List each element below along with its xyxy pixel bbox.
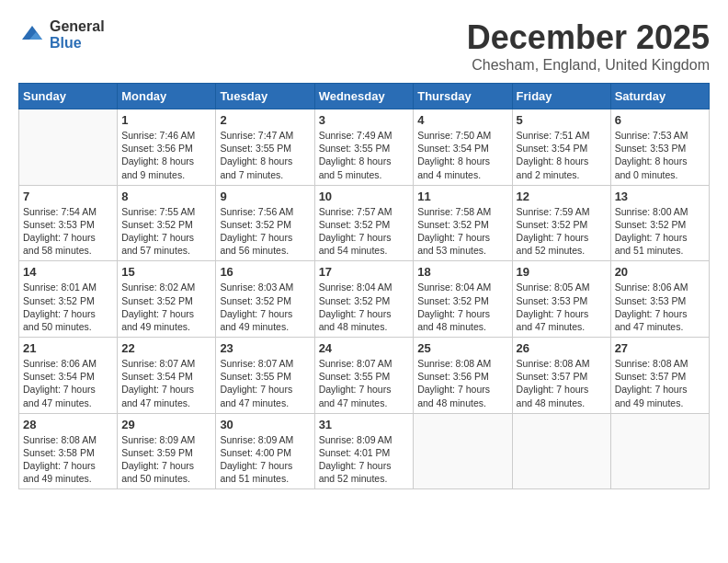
- logo-text: General Blue: [50, 18, 105, 51]
- calendar-cell: 22Sunrise: 8:07 AM Sunset: 3:54 PM Dayli…: [118, 338, 216, 414]
- calendar-table: SundayMondayTuesdayWednesdayThursdayFrid…: [18, 83, 710, 489]
- day-number: 8: [121, 190, 211, 203]
- calendar-cell: [610, 413, 709, 489]
- day-number: 18: [417, 265, 507, 279]
- header-saturday: Saturday: [610, 84, 709, 109]
- day-info: Sunrise: 7:51 AM Sunset: 3:54 PM Dayligh…: [517, 129, 607, 181]
- calendar-week-row: 14Sunrise: 8:01 AM Sunset: 3:52 PM Dayli…: [19, 261, 710, 338]
- logo: General Blue: [18, 18, 105, 51]
- calendar-cell: 9Sunrise: 7:56 AM Sunset: 3:52 PM Daylig…: [216, 185, 314, 261]
- month-title: December 2025: [467, 18, 710, 57]
- calendar-cell: 3Sunrise: 7:49 AM Sunset: 3:55 PM Daylig…: [314, 109, 414, 186]
- day-info: Sunrise: 8:05 AM Sunset: 3:53 PM Dayligh…: [517, 281, 607, 333]
- calendar-cell: 17Sunrise: 8:04 AM Sunset: 3:52 PM Dayli…: [314, 261, 414, 338]
- day-number: 29: [121, 418, 211, 431]
- calendar-cell: 5Sunrise: 7:51 AM Sunset: 3:54 PM Daylig…: [512, 109, 610, 186]
- calendar-week-row: 28Sunrise: 8:08 AM Sunset: 3:58 PM Dayli…: [19, 413, 710, 489]
- day-info: Sunrise: 8:06 AM Sunset: 3:53 PM Dayligh…: [615, 281, 705, 333]
- location-title: Chesham, England, United Kingdom: [467, 57, 710, 74]
- calendar-cell: 25Sunrise: 8:08 AM Sunset: 3:56 PM Dayli…: [414, 338, 512, 414]
- calendar-cell: 13Sunrise: 8:00 AM Sunset: 3:52 PM Dayli…: [610, 185, 709, 261]
- day-info: Sunrise: 7:55 AM Sunset: 3:52 PM Dayligh…: [121, 205, 211, 258]
- calendar-cell: 28Sunrise: 8:08 AM Sunset: 3:58 PM Dayli…: [19, 413, 118, 489]
- day-number: 13: [615, 190, 705, 203]
- page-header: General Blue December 2025 Chesham, Engl…: [18, 18, 710, 74]
- logo-general-text: General: [50, 18, 105, 35]
- day-info: Sunrise: 8:09 AM Sunset: 4:01 PM Dayligh…: [319, 433, 410, 486]
- calendar-cell: 12Sunrise: 7:59 AM Sunset: 3:52 PM Dayli…: [512, 185, 610, 261]
- day-info: Sunrise: 7:46 AM Sunset: 3:56 PM Dayligh…: [121, 129, 211, 181]
- day-number: 10: [319, 190, 410, 203]
- calendar-cell: 21Sunrise: 8:06 AM Sunset: 3:54 PM Dayli…: [19, 338, 118, 414]
- day-number: 24: [319, 341, 410, 355]
- calendar-cell: 15Sunrise: 8:02 AM Sunset: 3:52 PM Dayli…: [118, 261, 216, 338]
- day-info: Sunrise: 8:04 AM Sunset: 3:52 PM Dayligh…: [417, 281, 507, 333]
- day-info: Sunrise: 7:49 AM Sunset: 3:55 PM Dayligh…: [319, 129, 410, 181]
- day-number: 12: [517, 190, 607, 203]
- day-number: 14: [23, 265, 113, 279]
- day-number: 21: [23, 341, 113, 355]
- logo-icon: [18, 21, 46, 49]
- calendar-cell: 6Sunrise: 7:53 AM Sunset: 3:53 PM Daylig…: [610, 109, 709, 186]
- header-sunday: Sunday: [19, 84, 118, 109]
- day-number: 2: [220, 113, 310, 127]
- calendar-cell: 14Sunrise: 8:01 AM Sunset: 3:52 PM Dayli…: [19, 261, 118, 338]
- calendar-cell: 31Sunrise: 8:09 AM Sunset: 4:01 PM Dayli…: [314, 413, 414, 489]
- day-info: Sunrise: 8:09 AM Sunset: 3:59 PM Dayligh…: [121, 433, 211, 486]
- day-info: Sunrise: 7:53 AM Sunset: 3:53 PM Dayligh…: [615, 129, 705, 181]
- day-number: 17: [319, 265, 410, 279]
- calendar-cell: 1Sunrise: 7:46 AM Sunset: 3:56 PM Daylig…: [118, 109, 216, 186]
- day-number: 22: [121, 341, 211, 355]
- day-number: 7: [23, 190, 113, 203]
- calendar-cell: 11Sunrise: 7:58 AM Sunset: 3:52 PM Dayli…: [414, 185, 512, 261]
- calendar-cell: 8Sunrise: 7:55 AM Sunset: 3:52 PM Daylig…: [118, 185, 216, 261]
- header-tuesday: Tuesday: [216, 84, 314, 109]
- header-friday: Friday: [512, 84, 610, 109]
- day-info: Sunrise: 8:00 AM Sunset: 3:52 PM Dayligh…: [615, 205, 705, 258]
- calendar-week-row: 1Sunrise: 7:46 AM Sunset: 3:56 PM Daylig…: [19, 109, 710, 186]
- calendar-cell: 2Sunrise: 7:47 AM Sunset: 3:55 PM Daylig…: [216, 109, 314, 186]
- day-info: Sunrise: 8:07 AM Sunset: 3:55 PM Dayligh…: [319, 357, 410, 409]
- calendar-week-row: 21Sunrise: 8:06 AM Sunset: 3:54 PM Dayli…: [19, 338, 710, 414]
- day-info: Sunrise: 7:50 AM Sunset: 3:54 PM Dayligh…: [417, 129, 507, 181]
- day-info: Sunrise: 8:07 AM Sunset: 3:54 PM Dayligh…: [121, 357, 211, 409]
- calendar-cell: 20Sunrise: 8:06 AM Sunset: 3:53 PM Dayli…: [610, 261, 709, 338]
- day-number: 30: [220, 418, 310, 431]
- title-block: December 2025 Chesham, England, United K…: [467, 18, 710, 74]
- day-number: 11: [417, 190, 507, 203]
- day-info: Sunrise: 8:08 AM Sunset: 3:57 PM Dayligh…: [517, 357, 607, 409]
- day-info: Sunrise: 8:04 AM Sunset: 3:52 PM Dayligh…: [319, 281, 410, 333]
- calendar-cell: 24Sunrise: 8:07 AM Sunset: 3:55 PM Dayli…: [314, 338, 414, 414]
- calendar-cell: 16Sunrise: 8:03 AM Sunset: 3:52 PM Dayli…: [216, 261, 314, 338]
- calendar-cell: 10Sunrise: 7:57 AM Sunset: 3:52 PM Dayli…: [314, 185, 414, 261]
- day-number: 19: [517, 265, 607, 279]
- day-info: Sunrise: 7:59 AM Sunset: 3:52 PM Dayligh…: [517, 205, 607, 258]
- header-monday: Monday: [118, 84, 216, 109]
- calendar-cell: 30Sunrise: 8:09 AM Sunset: 4:00 PM Dayli…: [216, 413, 314, 489]
- day-number: 3: [319, 113, 410, 127]
- day-info: Sunrise: 8:06 AM Sunset: 3:54 PM Dayligh…: [23, 357, 113, 409]
- day-info: Sunrise: 8:03 AM Sunset: 3:52 PM Dayligh…: [220, 281, 310, 333]
- calendar-cell: 19Sunrise: 8:05 AM Sunset: 3:53 PM Dayli…: [512, 261, 610, 338]
- day-info: Sunrise: 7:47 AM Sunset: 3:55 PM Dayligh…: [220, 129, 310, 181]
- calendar-cell: [414, 413, 512, 489]
- calendar-cell: 7Sunrise: 7:54 AM Sunset: 3:53 PM Daylig…: [19, 185, 118, 261]
- day-info: Sunrise: 8:02 AM Sunset: 3:52 PM Dayligh…: [121, 281, 211, 333]
- calendar-cell: 29Sunrise: 8:09 AM Sunset: 3:59 PM Dayli…: [118, 413, 216, 489]
- day-number: 26: [517, 341, 607, 355]
- day-number: 20: [615, 265, 705, 279]
- day-number: 23: [220, 341, 310, 355]
- day-info: Sunrise: 8:01 AM Sunset: 3:52 PM Dayligh…: [23, 281, 113, 333]
- calendar-header-row: SundayMondayTuesdayWednesdayThursdayFrid…: [19, 84, 710, 109]
- day-number: 6: [615, 113, 705, 127]
- day-number: 5: [517, 113, 607, 127]
- day-info: Sunrise: 7:54 AM Sunset: 3:53 PM Dayligh…: [23, 205, 113, 258]
- calendar-cell: 26Sunrise: 8:08 AM Sunset: 3:57 PM Dayli…: [512, 338, 610, 414]
- day-number: 9: [220, 190, 310, 203]
- calendar-cell: 18Sunrise: 8:04 AM Sunset: 3:52 PM Dayli…: [414, 261, 512, 338]
- day-info: Sunrise: 7:56 AM Sunset: 3:52 PM Dayligh…: [220, 205, 310, 258]
- day-number: 1: [121, 113, 211, 127]
- calendar-cell: 23Sunrise: 8:07 AM Sunset: 3:55 PM Dayli…: [216, 338, 314, 414]
- calendar-cell: [19, 109, 118, 186]
- day-info: Sunrise: 8:08 AM Sunset: 3:58 PM Dayligh…: [23, 433, 113, 486]
